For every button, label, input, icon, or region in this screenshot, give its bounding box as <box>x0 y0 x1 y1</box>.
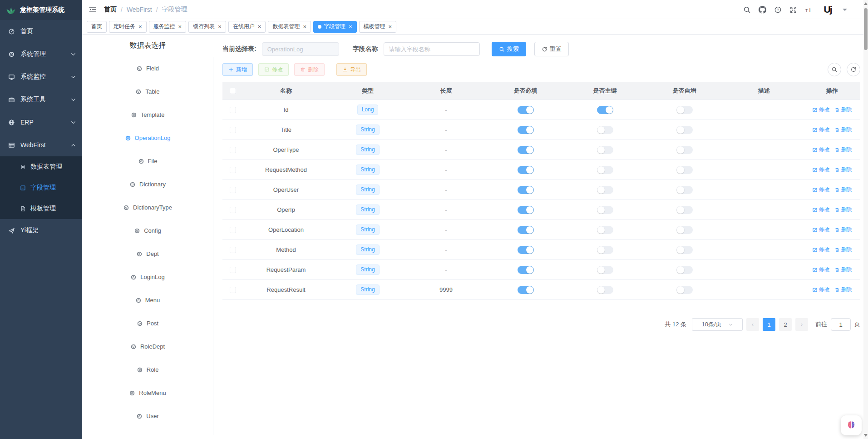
primary-key-toggle[interactable] <box>597 146 613 154</box>
required-toggle[interactable] <box>518 226 534 234</box>
auto-increment-toggle[interactable] <box>676 226 693 234</box>
scroll-up-arrow[interactable] <box>863 1 868 6</box>
required-toggle[interactable] <box>518 166 534 174</box>
sidebar-item-erp[interactable]: ERP <box>0 111 82 134</box>
edit-link[interactable]: 修改 <box>812 126 830 134</box>
primary-key-toggle[interactable] <box>597 126 613 134</box>
scrollbar-thumb[interactable] <box>864 8 868 50</box>
row-checkbox[interactable] <box>230 247 236 253</box>
avatar[interactable]: Uj <box>820 2 835 17</box>
auto-increment-toggle[interactable] <box>676 166 693 174</box>
tree-item-OperationLog[interactable]: OperationLog <box>82 126 213 150</box>
auto-increment-toggle[interactable] <box>676 286 693 294</box>
row-checkbox[interactable] <box>230 127 236 133</box>
prev-page-button[interactable]: ‹ <box>746 318 759 331</box>
delete-link[interactable]: 删除 <box>834 186 852 194</box>
export-button[interactable]: 导出 <box>336 63 367 76</box>
page-1-button[interactable]: 1 <box>763 318 775 331</box>
auto-increment-toggle[interactable] <box>676 266 693 274</box>
sidebar-item-home[interactable]: 首页 <box>0 20 82 43</box>
goto-page-input[interactable] <box>831 318 851 331</box>
tree-item-Field[interactable]: Field <box>82 57 213 80</box>
close-icon[interactable]: × <box>258 24 261 30</box>
sidebar-item-webfirst[interactable]: WebFirst <box>0 134 82 156</box>
next-page-button[interactable]: › <box>795 318 808 331</box>
edit-link[interactable]: 修改 <box>812 206 830 214</box>
auto-increment-toggle[interactable] <box>676 186 693 194</box>
current-table-input[interactable] <box>262 42 339 56</box>
logo[interactable]: 意框架管理系统 <box>0 0 82 20</box>
row-checkbox[interactable] <box>230 107 236 113</box>
column-search-button[interactable] <box>828 63 841 76</box>
sidebar-item-yi-framework[interactable]: Yi框架 <box>0 219 82 242</box>
page-scrollbar[interactable] <box>863 0 868 439</box>
edit-link[interactable]: 修改 <box>812 266 830 274</box>
row-checkbox[interactable] <box>230 287 236 293</box>
required-toggle[interactable] <box>518 286 534 294</box>
delete-link[interactable]: 删除 <box>834 226 852 234</box>
caret-down-icon[interactable] <box>843 9 847 13</box>
edit-button[interactable]: 修改 <box>258 63 289 76</box>
required-toggle[interactable] <box>518 186 534 194</box>
close-icon[interactable]: × <box>303 24 306 30</box>
edit-link[interactable]: 修改 <box>812 186 830 194</box>
edit-link[interactable]: 修改 <box>812 146 830 154</box>
refresh-table-button[interactable] <box>847 63 860 76</box>
delete-link[interactable]: 删除 <box>834 286 852 294</box>
tree-item-UserPost[interactable]: UserPost <box>82 428 213 435</box>
required-toggle[interactable] <box>518 206 534 214</box>
sidebar-item-table-manage[interactable]: 数据表管理 <box>0 156 82 177</box>
required-toggle[interactable] <box>518 146 534 154</box>
tab-cache-list[interactable]: 缓存列表 × <box>188 21 226 33</box>
primary-key-toggle[interactable] <box>597 186 613 194</box>
delete-link[interactable]: 删除 <box>834 106 852 114</box>
search-button[interactable]: 搜索 <box>492 42 526 56</box>
required-toggle[interactable] <box>518 266 534 274</box>
sidebar-item-template-manage[interactable]: 模板管理 <box>0 198 82 219</box>
edit-link[interactable]: 修改 <box>812 286 830 294</box>
tree-item-RoleDept[interactable]: RoleDept <box>82 335 213 358</box>
primary-key-toggle[interactable] <box>597 106 613 114</box>
required-toggle[interactable] <box>518 126 534 134</box>
tab-home[interactable]: 首页 <box>87 21 107 33</box>
page-2-button[interactable]: 2 <box>779 318 792 331</box>
scroll-down-arrow[interactable] <box>863 433 868 438</box>
tree-item-Table[interactable]: Table <box>82 80 213 103</box>
breadcrumb-home[interactable]: 首页 <box>104 5 117 14</box>
github-icon[interactable] <box>759 6 766 14</box>
delete-link[interactable]: 删除 <box>834 126 852 134</box>
primary-key-toggle[interactable] <box>597 266 613 274</box>
auto-increment-toggle[interactable] <box>676 106 693 114</box>
primary-key-toggle[interactable] <box>597 286 613 294</box>
tree-item-Role[interactable]: Role <box>82 358 213 381</box>
fullscreen-icon[interactable] <box>789 6 797 14</box>
search-icon[interactable] <box>743 6 751 14</box>
tree-item-LoginLog[interactable]: LoginLog <box>82 265 213 289</box>
primary-key-toggle[interactable] <box>597 246 613 254</box>
tab-service-monitor[interactable]: 服务监控 × <box>149 21 187 33</box>
tree-item-Dictionary[interactable]: Dictionary <box>82 173 213 196</box>
close-icon[interactable]: × <box>218 24 222 30</box>
edit-link[interactable]: 修改 <box>812 226 830 234</box>
tree-item-RoleMenu[interactable]: RoleMenu <box>82 381 213 404</box>
edit-link[interactable]: 修改 <box>812 166 830 174</box>
row-checkbox[interactable] <box>230 207 236 213</box>
sidebar-item-system-manage[interactable]: 系统管理 <box>0 43 82 65</box>
tree-item-DictionaryType[interactable]: DictionaryType <box>82 196 213 219</box>
delete-link[interactable]: 删除 <box>834 246 852 254</box>
row-checkbox[interactable] <box>230 147 236 153</box>
close-icon[interactable]: × <box>138 24 142 30</box>
required-toggle[interactable] <box>518 106 534 114</box>
required-toggle[interactable] <box>518 246 534 254</box>
add-button[interactable]: 新增 <box>222 63 253 76</box>
sidebar-item-system-monitor[interactable]: 系统监控 <box>0 65 82 88</box>
row-checkbox[interactable] <box>230 227 236 233</box>
delete-link[interactable]: 删除 <box>834 266 852 274</box>
row-checkbox[interactable] <box>230 187 236 193</box>
auto-increment-toggle[interactable] <box>676 206 693 214</box>
tab-table-manage[interactable]: 数据表管理 × <box>268 21 311 33</box>
primary-key-toggle[interactable] <box>597 226 613 234</box>
field-name-input[interactable] <box>384 42 480 56</box>
row-checkbox[interactable] <box>230 267 236 273</box>
page-size-select[interactable]: 10条/页 <box>692 318 743 331</box>
